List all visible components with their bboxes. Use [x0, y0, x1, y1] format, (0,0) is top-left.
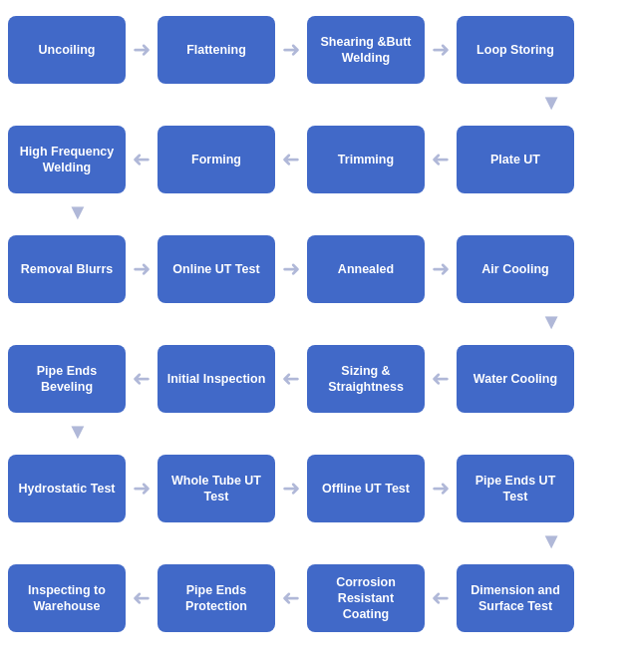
arrow-right-5: ➜: [275, 259, 307, 279]
node-water-cooling: Water Cooling: [457, 345, 574, 413]
arrow-down-2: ▼: [8, 201, 621, 229]
node-whole-tube-ut: Whole Tube UT Test: [157, 455, 275, 522]
node-shearing: Shearing &Butt Welding: [307, 16, 425, 84]
arrow-right-7: ➜: [126, 479, 157, 499]
arrow-right-8: ➜: [275, 479, 307, 499]
row-2: High Frequency Welding ➜ Forming ➜ Trimm…: [8, 120, 621, 199]
node-pipe-ends-prot: Pipe Ends Protection: [157, 564, 275, 632]
node-forming: Forming: [157, 126, 275, 193]
arrow-left-4: ➜: [126, 369, 157, 389]
node-plate-ut: Plate UT: [457, 126, 574, 193]
node-hf-welding: High Frequency Welding: [8, 126, 126, 193]
node-loop-storing: Loop Storing: [457, 16, 574, 84]
arrow-down-4: ▼: [8, 421, 621, 449]
node-offline-ut: Offline UT Test: [307, 455, 425, 522]
row-4: Pipe Ends Beveling ➜ Initial Inspection …: [8, 339, 621, 419]
arrow-left-5: ➜: [275, 369, 307, 389]
node-dim-surface: Dimension and Surface Test: [457, 564, 574, 632]
arrow-left-7: ➜: [126, 588, 157, 608]
node-initial-insp: Initial Inspection: [157, 345, 275, 413]
arrow-left-8: ➜: [275, 588, 307, 608]
arrow-left-3: ➜: [425, 150, 457, 169]
flowchart: Uncoiling ➜ Flattening ➜ Shearing &Butt …: [0, 0, 629, 650]
node-removal-blurrs: Removal Blurrs: [8, 235, 126, 303]
arrow-left-6: ➜: [425, 369, 457, 389]
arrow-down-1: ▼: [8, 92, 621, 120]
node-hydrostatic: Hydrostatic Test: [8, 455, 126, 522]
node-annealed: Annealed: [307, 235, 425, 303]
arrow-down-5: ▼: [8, 530, 621, 558]
node-flattening: Flattening: [157, 16, 275, 84]
node-inspecting: Inspecting to Warehouse: [8, 564, 126, 632]
arrow-down-3: ▼: [8, 311, 621, 339]
node-air-cooling: Air Cooling: [457, 235, 574, 303]
arrow-left-9: ➜: [425, 588, 457, 608]
row-5: Hydrostatic Test ➜ Whole Tube UT Test ➜ …: [8, 449, 621, 528]
node-pipe-ends-ut: Pipe Ends UT Test: [457, 455, 574, 522]
arrow-right-4: ➜: [126, 259, 157, 279]
node-corrosion: Corrosion Resistant Coating: [307, 564, 425, 632]
node-sizing: Sizing & Straightness: [307, 345, 425, 413]
arrow-right-9: ➜: [425, 479, 457, 499]
row-6: Inspecting to Warehouse ➜ Pipe Ends Prot…: [8, 558, 621, 638]
node-uncoiling: Uncoiling: [8, 16, 126, 84]
node-pipe-ends-bev: Pipe Ends Beveling: [8, 345, 126, 413]
arrow-left-2: ➜: [275, 150, 307, 169]
row-3: Removal Blurrs ➜ Online UT Test ➜ Anneal…: [8, 229, 621, 309]
arrow-right-6: ➜: [425, 259, 457, 279]
arrow-right-2: ➜: [275, 40, 307, 60]
arrow-left-1: ➜: [126, 150, 157, 169]
node-online-ut: Online UT Test: [157, 235, 275, 303]
node-trimming: Trimming: [307, 126, 425, 193]
arrow-right-3: ➜: [425, 40, 457, 60]
row-1: Uncoiling ➜ Flattening ➜ Shearing &Butt …: [8, 10, 621, 90]
arrow-right-1: ➜: [126, 40, 157, 60]
